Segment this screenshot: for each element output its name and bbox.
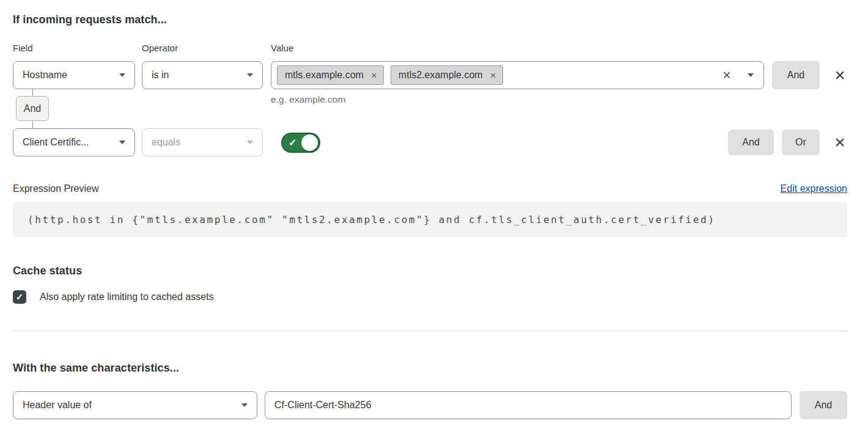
connector-and-chip[interactable]: And: [16, 96, 49, 121]
operator-select-2-value: equals: [152, 137, 180, 148]
characteristic-select[interactable]: Header value of: [13, 391, 257, 419]
value-tag: mtls2.example.com ×: [391, 65, 503, 85]
chevron-down-icon[interactable]: [748, 73, 754, 77]
expression-code: (http.host in {"mtls.example.com" "mtls2…: [13, 202, 847, 237]
operator-select-1[interactable]: is in: [142, 61, 263, 89]
operator-select-1-value: is in: [152, 70, 169, 81]
add-or-condition-button-2[interactable]: Or: [782, 130, 820, 155]
field-select-1-value: Hostname: [23, 70, 67, 81]
connector-line: [32, 89, 33, 96]
rule-builder-page: If incoming requests match... Field Oper…: [0, 0, 868, 419]
characteristics-row: Header value of And: [13, 391, 847, 419]
value-controls: ×: [723, 68, 758, 82]
chevron-down-icon: [119, 73, 125, 77]
value-tag-text: mtls.example.com: [285, 70, 364, 81]
check-icon: ✓: [16, 292, 24, 302]
tag-remove-icon[interactable]: ×: [490, 70, 496, 81]
toggle-knob: [301, 134, 318, 151]
check-icon: ✓: [289, 137, 296, 148]
value-column-label: Value: [271, 43, 847, 53]
connector-line: [32, 121, 33, 128]
value-multiselect-1[interactable]: mtls.example.com × mtls2.example.com × ×: [271, 61, 764, 89]
add-and-condition-button-1[interactable]: And: [772, 61, 820, 89]
clear-values-icon[interactable]: ×: [723, 68, 731, 82]
expression-preview-header: Expression Preview Edit expression: [13, 183, 847, 194]
rule-row-2: Client Certific... equals ✓ And Or ×: [13, 128, 847, 156]
field-select-2-value: Client Certific...: [23, 137, 89, 148]
field-select-2[interactable]: Client Certific...: [13, 128, 135, 156]
section-divider: [13, 331, 847, 331]
connector-band: And e.g. example.com: [13, 89, 847, 128]
field-column-label: Field: [13, 43, 142, 53]
characteristic-select-value: Header value of: [23, 400, 92, 411]
characteristics-title: With the same characteristics...: [13, 362, 847, 375]
chevron-down-icon: [247, 73, 253, 77]
chevron-down-icon: [247, 141, 253, 144]
value-tag: mtls.example.com ×: [277, 65, 384, 85]
cache-checkbox-row: ✓ Also apply rate limiting to cached ass…: [13, 290, 847, 304]
add-characteristic-button[interactable]: And: [800, 391, 847, 419]
tag-remove-icon[interactable]: ×: [371, 70, 377, 81]
expression-preview-label: Expression Preview: [13, 183, 99, 194]
cached-assets-checkbox[interactable]: ✓: [13, 290, 26, 304]
remove-rule-icon[interactable]: ×: [833, 133, 847, 152]
add-and-condition-button-2[interactable]: And: [728, 130, 774, 155]
operator-column-label: Operator: [142, 43, 271, 53]
cache-status-title: Cache status: [13, 265, 847, 277]
match-section-title: If incoming requests match...: [13, 13, 847, 26]
column-labels: Field Operator Value: [13, 43, 847, 53]
rule-row-1: Hostname is in mtls.example.com × mtls2.…: [13, 61, 847, 89]
cached-assets-checkbox-label: Also apply rate limiting to cached asset…: [40, 292, 214, 302]
remove-rule-icon[interactable]: ×: [833, 66, 847, 84]
edit-expression-link[interactable]: Edit expression: [781, 183, 847, 194]
value-helper-text: e.g. example.com: [271, 94, 345, 105]
cert-verified-toggle[interactable]: ✓: [281, 133, 320, 153]
field-select-1[interactable]: Hostname: [13, 61, 135, 89]
value-tag-text: mtls2.example.com: [399, 70, 483, 81]
operator-select-2: equals: [142, 128, 263, 156]
header-name-input[interactable]: [265, 391, 792, 419]
chevron-down-icon: [119, 141, 125, 144]
chevron-down-icon: [241, 403, 248, 407]
